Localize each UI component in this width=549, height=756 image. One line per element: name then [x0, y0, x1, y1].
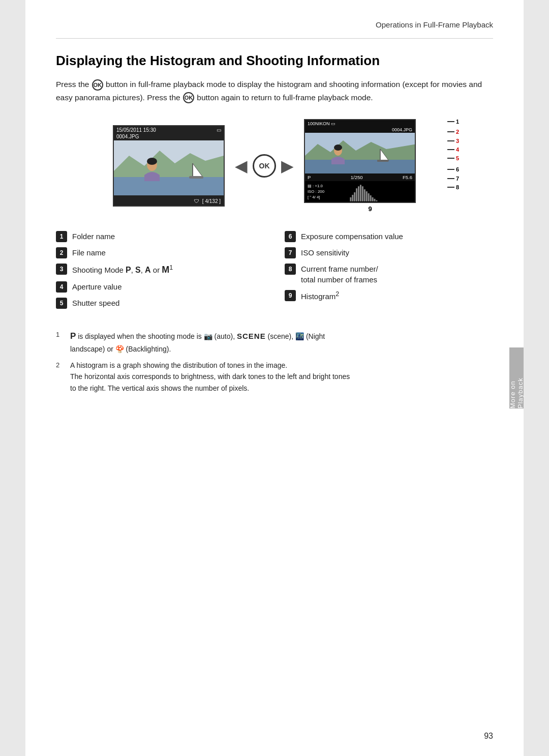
item-8-number: 8 — [285, 264, 296, 275]
left-screen-battery: ▭ — [217, 127, 221, 133]
item-3-number: 3 — [56, 264, 67, 275]
item-7-number: 7 — [285, 247, 296, 258]
intro-part3: button again to return to full-frame pla… — [197, 93, 373, 102]
svg-rect-33 — [376, 200, 377, 201]
left-camera-screen: 15/05/2011 15:30 ▭ 0004.JPG — [113, 125, 225, 207]
ok-circle-button: OK — [253, 154, 276, 178]
label-9: 9 — [304, 205, 436, 213]
item-2-row: 2 File name — [56, 247, 264, 258]
item-4-number: 4 — [56, 281, 67, 293]
page-title: Displaying the Histogram and Shooting In… — [56, 53, 493, 69]
histogram-svg: ▤ : +1.0 ISO : 200 [ " 4/ 4] — [305, 181, 415, 203]
right-mode: P — [308, 175, 311, 180]
arrow-ok-container: ◀ OK ▶ — [235, 154, 294, 178]
item-8-row: 8 Current frame number/total number of f… — [285, 264, 493, 285]
item-7-row: 7 ISO sensitivity — [285, 247, 493, 258]
label-8: 8 — [447, 183, 459, 191]
svg-rect-5 — [189, 176, 203, 179]
svg-point-15 — [334, 144, 342, 151]
label-7: 7 — [447, 175, 459, 183]
ok-button-icon-2: OK — [183, 92, 194, 103]
items-container: 1 Folder name 2 File name 3 Shooting Mod… — [56, 231, 493, 314]
left-screen-date: 15/05/2011 15:30 — [116, 127, 156, 133]
right-camera-screen-wrapper: 100NIKON ▭ 0004.JPG — [304, 119, 436, 213]
svg-rect-25 — [360, 185, 361, 201]
label-3: 3 — [447, 137, 459, 145]
svg-rect-30 — [370, 195, 372, 201]
page-header: Operations in Full-Frame Playback — [56, 20, 493, 39]
left-screen-top-bar: 15/05/2011 15:30 ▭ — [114, 126, 224, 134]
svg-text:ISO :  200: ISO : 200 — [308, 189, 325, 194]
svg-rect-26 — [362, 186, 363, 201]
diagram-area: 15/05/2011 15:30 ▭ 0004.JPG — [56, 119, 493, 213]
arrow-right-icon: ▶ — [281, 156, 294, 176]
item-9-row: 9 Histogram2 — [285, 290, 493, 302]
item-6-number: 6 — [285, 231, 296, 242]
label-4: 4 — [447, 146, 459, 154]
right-camera-screen: 100NIKON ▭ 0004.JPG — [304, 119, 416, 203]
left-screen-bottom-bar: 🛡 [ 4/132 ] — [114, 195, 224, 207]
sidebar-tab: More on Playback — [509, 347, 524, 409]
footnote-1-num: 1 — [56, 329, 64, 340]
item-3-label: Shooting Mode P, S, A or M1 — [72, 264, 173, 276]
item-6-row: 6 Exposure compensation value — [285, 231, 493, 242]
svg-rect-20 — [350, 197, 351, 201]
page-number: 93 — [484, 732, 493, 741]
ok-button-icon-1: OK — [92, 79, 103, 91]
right-shutter: 1/250 — [351, 175, 363, 180]
label-6: 6 — [447, 165, 459, 174]
label-1: 1 — [447, 117, 459, 127]
svg-rect-24 — [358, 186, 359, 201]
svg-rect-27 — [364, 189, 365, 201]
footnote-1-row: 1 P is displayed when the shooting mode … — [56, 329, 493, 355]
intro-paragraph: Press the OK button in full-frame playba… — [56, 78, 493, 104]
right-aperture: F5.6 — [403, 175, 412, 180]
item-4-row: 4 Aperture value — [56, 281, 264, 293]
footnote-2-text: A histogram is a graph showing the distr… — [70, 360, 350, 394]
item-8-label: Current frame number/total number of fra… — [301, 264, 378, 285]
intro-part1: Press the — [56, 80, 89, 89]
label-2: 2 — [447, 127, 459, 136]
right-screen-histogram: ▤ : +1.0 ISO : 200 [ " 4/ 4] — [305, 181, 415, 203]
svg-point-7 — [147, 158, 157, 165]
frame-info: [ 4/132 ] — [202, 198, 221, 204]
item-1-row: 1 Folder name — [56, 231, 264, 242]
item-3-row: 3 Shooting Mode P, S, A or M1 — [56, 264, 264, 276]
svg-rect-23 — [356, 188, 357, 201]
item-2-label: File name — [72, 247, 106, 258]
footnote-2-row: 2 A histogram is a graph showing the dis… — [56, 360, 493, 394]
scene-illustration-svg — [114, 140, 224, 195]
header-text: Operations in Full-Frame Playback — [376, 20, 493, 29]
svg-rect-21 — [352, 195, 353, 201]
svg-text:[ " 4/    4]: [ " 4/ 4] — [308, 195, 320, 199]
footnote-1-text: P is displayed when the shooting mode is… — [70, 329, 325, 355]
left-screen-filename: 0004.JPG — [114, 134, 224, 140]
right-screen-info-row: P 1/250 F5.6 — [305, 173, 415, 181]
svg-rect-13 — [377, 160, 388, 162]
protect-icon: 🛡 — [194, 198, 199, 204]
svg-rect-29 — [368, 193, 370, 201]
item-1-label: Folder name — [72, 231, 115, 242]
right-scene-svg — [305, 133, 415, 173]
item-2-number: 2 — [56, 247, 67, 258]
item-5-label: Shutter speed — [72, 298, 119, 308]
item-9-label: Histogram2 — [301, 290, 339, 302]
page: Operations in Full-Frame Playback Displa… — [25, 0, 524, 756]
svg-rect-2 — [114, 177, 224, 195]
item-9-number: 9 — [285, 290, 296, 301]
arrows: ◀ OK ▶ — [235, 154, 294, 178]
svg-rect-31 — [372, 197, 374, 201]
left-screen-image — [114, 140, 224, 195]
right-screen-filename-row: 0004.JPG — [305, 127, 415, 133]
svg-text:▤ :  +1.0: ▤ : +1.0 — [308, 184, 323, 188]
left-items-column: 1 Folder name 2 File name 3 Shooting Mod… — [56, 231, 264, 314]
right-items-column: 6 Exposure compensation value 7 ISO sens… — [285, 231, 493, 314]
item-4-label: Aperture value — [72, 281, 122, 292]
footnotes: 1 P is displayed when the shooting mode … — [56, 329, 493, 394]
item-6-label: Exposure compensation value — [301, 231, 403, 242]
item-7-label: ISO sensitivity — [301, 247, 349, 258]
svg-rect-10 — [305, 160, 415, 173]
right-folder: 100NIKON ▭ — [308, 121, 336, 126]
label-5: 5 — [447, 154, 459, 162]
arrow-left-icon: ◀ — [235, 156, 248, 176]
